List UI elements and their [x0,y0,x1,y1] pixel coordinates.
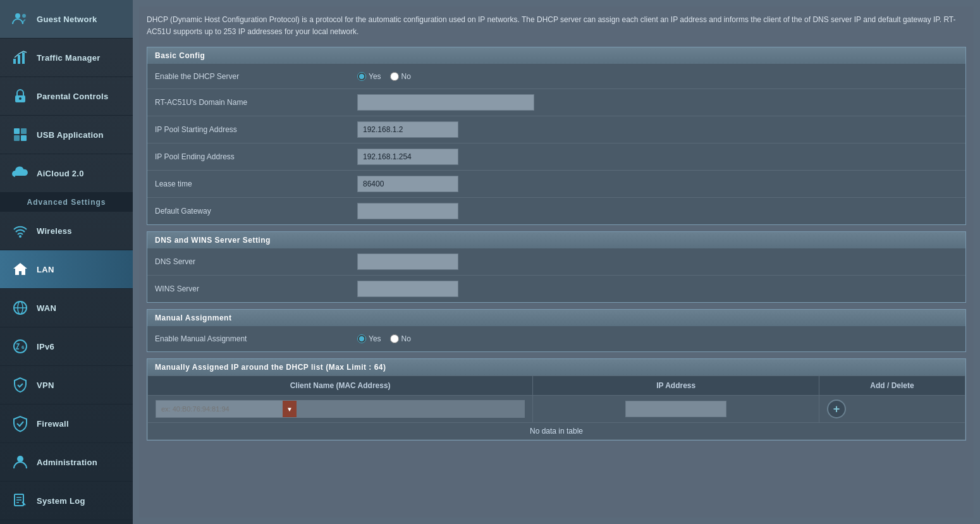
enable-manual-control: Yes No [357,334,958,343]
svg-point-15 [14,340,27,353]
enable-dhcp-yes-radio[interactable] [357,72,366,81]
domain-name-label: RT-AC51U's Domain Name [155,98,357,107]
ip-address-input[interactable] [625,401,726,417]
sidebar: Guest Network Traffic Manager Parental C… [0,0,133,524]
dhcp-table-container: Client Name (MAC Address) IP Address Add… [147,375,965,440]
enable-dhcp-no-radio[interactable] [390,72,399,81]
svg-rect-3 [18,55,20,64]
ip-pool-start-row: IP Pool Starting Address [147,116,965,143]
sidebar-item-parental-controls[interactable]: Parental Controls [0,77,133,116]
enable-manual-row: Enable Manual Assignment Yes No [147,326,965,351]
mac-address-input[interactable] [156,401,283,417]
col-ip-address: IP Address [533,376,819,396]
dns-server-input[interactable] [357,253,458,270]
svg-text:6: 6 [21,344,25,350]
puzzle-icon [10,125,30,145]
sidebar-item-wireless[interactable]: Wireless [0,212,133,250]
wins-server-input[interactable] [357,281,458,297]
enable-dhcp-yes-label[interactable]: Yes [357,72,381,81]
add-button[interactable]: + [827,399,846,418]
manual-assignment-section: Manual Assignment Enable Manual Assignme… [147,309,966,352]
svg-point-11 [19,235,21,238]
dhcp-list-title: Manually Assigned IP around the DHCP lis… [147,359,965,375]
cloud-icon [10,163,30,183]
sidebar-item-ipv6[interactable]: 6 IPv6 [0,327,133,366]
default-gateway-input[interactable] [357,203,458,219]
sidebar-item-label: Administration [37,458,97,467]
dhcp-table: Client Name (MAC Address) IP Address Add… [147,375,965,440]
dns-server-control [357,253,958,270]
ip-pool-start-label: IP Pool Starting Address [155,125,357,134]
default-gateway-control [357,203,958,219]
sidebar-item-vpn[interactable]: VPN [0,366,133,405]
sidebar-item-label: System Log [37,496,85,506]
table-input-row: ▼ + [148,396,965,423]
lock-icon [10,86,30,106]
sidebar-item-label: Firewall [37,419,69,429]
ip-pool-start-control [357,121,958,138]
sidebar-item-administration[interactable]: Administration [0,443,133,482]
log-icon [10,490,30,511]
svg-point-1 [22,14,26,18]
dns-wins-title: DNS and WINS Server Setting [147,232,965,248]
dns-wins-section: DNS and WINS Server Setting DNS Server W… [147,231,966,303]
dns-server-row: DNS Server [147,248,965,276]
svg-rect-7 [14,128,20,134]
content-area: DHCP (Dynamic Host Configuration Protoco… [139,6,974,518]
sidebar-item-label: Parental Controls [37,92,108,101]
dns-server-label: DNS Server [155,257,357,266]
sidebar-item-wan[interactable]: WAN [0,289,133,327]
mac-dropdown-button[interactable]: ▼ [283,401,297,417]
basic-config-title: Basic Config [147,47,965,64]
wins-server-label: WINS Server [155,284,357,293]
svg-rect-4 [22,52,25,64]
ip-pool-end-control [357,149,958,165]
people-icon [10,9,30,29]
shield-icon [10,413,30,434]
sidebar-item-system-log[interactable]: System Log [0,482,133,520]
ip-pool-start-input[interactable] [357,121,458,138]
enable-manual-no-radio[interactable] [390,334,399,343]
sidebar-item-aicloud[interactable]: AiCloud 2.0 [0,154,133,193]
enable-manual-yes-label[interactable]: Yes [357,334,381,343]
sidebar-item-label: AiCloud 2.0 [37,169,84,178]
enable-manual-yes-radio[interactable] [357,334,366,343]
table-header-row: Client Name (MAC Address) IP Address Add… [148,376,965,396]
wins-server-control [357,281,958,297]
sidebar-item-lan[interactable]: LAN [0,250,133,289]
mac-address-cell: ▼ [148,396,533,423]
main-content: DHCP (Dynamic Host Configuration Protoco… [133,0,980,524]
enable-manual-radio-group: Yes No [357,334,411,343]
sidebar-item-traffic-manager[interactable]: Traffic Manager [0,39,133,77]
manual-assignment-title: Manual Assignment [147,310,965,326]
enable-manual-no-label[interactable]: No [390,334,411,343]
svg-point-0 [15,13,20,18]
wifi-icon [10,221,30,241]
ip-address-cell [533,396,819,423]
sidebar-item-label: WAN [37,303,56,313]
sidebar-item-firewall[interactable]: Firewall [0,405,133,443]
vpn-icon [10,375,30,395]
svg-rect-9 [14,135,20,141]
svg-rect-10 [21,135,27,141]
add-delete-cell: + [819,396,965,423]
sidebar-item-guest-network[interactable]: Guest Network [0,0,133,39]
sidebar-item-label: LAN [37,265,54,274]
sidebar-item-label: IPv6 [37,342,54,351]
enable-dhcp-no-label[interactable]: No [390,72,411,81]
enable-dhcp-row: Enable the DHCP Server Yes No [147,64,965,89]
chart-icon [10,47,30,68]
enable-dhcp-label: Enable the DHCP Server [155,72,357,81]
domain-name-input[interactable] [357,94,534,111]
home-icon [10,259,30,279]
lease-time-control [357,176,958,192]
wins-server-row: WINS Server [147,276,965,302]
lease-time-input[interactable] [357,176,458,192]
svg-rect-8 [21,128,27,134]
sidebar-item-label: USB Application [37,130,104,140]
sidebar-item-usb-application[interactable]: USB Application [0,116,133,154]
dhcp-list-section: Manually Assigned IP around the DHCP lis… [147,358,966,441]
domain-name-row: RT-AC51U's Domain Name [147,89,965,116]
default-gateway-label: Default Gateway [155,207,357,216]
ip-pool-end-input[interactable] [357,149,458,165]
